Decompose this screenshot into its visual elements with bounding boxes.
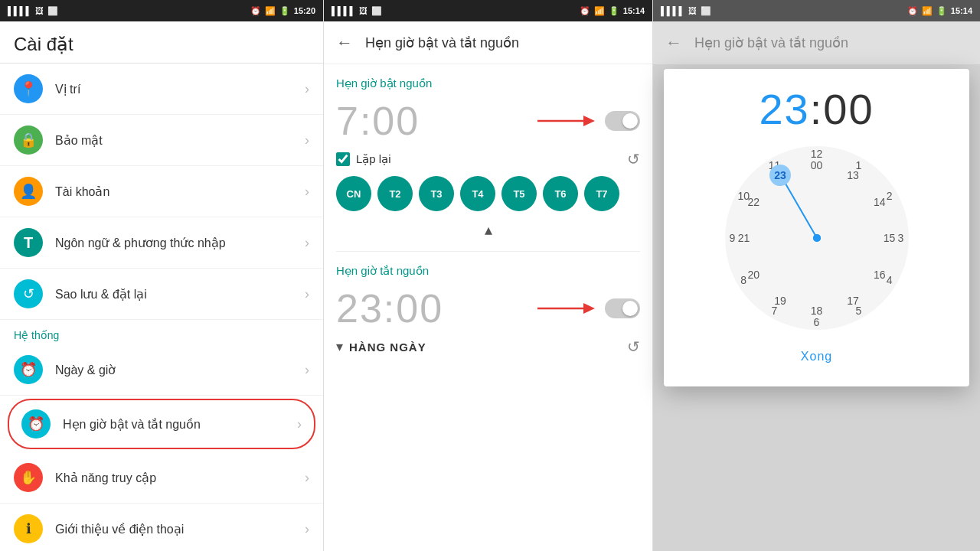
settings-item-vitri[interactable]: 📍 Vị trí › xyxy=(0,64,323,115)
status-icons-right: ⏰ 📶 🔋 15:20 xyxy=(250,6,315,16)
gioithieu-icon: ℹ xyxy=(14,514,43,543)
p2-image-icon: 🖼 xyxy=(359,6,368,15)
settings-panel: ▌▌▌▌ 🖼 ⬜ ⏰ 📶 🔋 15:20 Cài đặt 📍 Vị trí › … xyxy=(0,0,323,551)
panel3-title: Hẹn giờ bật và tắt nguồn xyxy=(694,34,848,51)
p3-battery-icon: 🔋 xyxy=(936,6,947,16)
clock-number-12[interactable]: 12 xyxy=(806,143,828,165)
tat-nguon-time-row: 23:00 xyxy=(336,285,640,331)
clock-face-wrapper: 001234567891011121314151617181920212223 xyxy=(679,146,954,330)
day-btn-t4[interactable]: T4 xyxy=(460,176,495,211)
panel2-content: Hẹn giờ bật nguồn 7:00 Lặp lại ↺ CN xyxy=(324,64,652,551)
divider xyxy=(336,251,640,252)
p2-battery-icon: 🔋 xyxy=(609,6,619,16)
battery-icon: 🔋 xyxy=(279,6,290,16)
taikhoan-label: Tài khoản xyxy=(55,184,305,199)
settings-title: Cài đặt xyxy=(0,21,323,64)
clock-number-14[interactable]: 14 xyxy=(869,191,890,213)
khanang-icon: ✋ xyxy=(14,463,43,492)
day-btn-t3[interactable]: T3 xyxy=(419,176,454,211)
tat-nguon-title: Hẹn giờ tắt nguồn xyxy=(336,264,640,278)
clock-number-15[interactable]: 15 xyxy=(879,227,900,249)
baomatl-label: Bảo mật xyxy=(55,133,305,148)
clock-number-16[interactable]: 16 xyxy=(869,264,890,285)
chevron-icon-vitri: › xyxy=(305,81,309,97)
saoluu-icon: ↺ xyxy=(14,279,43,308)
p3-signal-icon: ▌▌▌▌ xyxy=(661,6,684,15)
p3-status-right: ⏰ 📶 🔋 15:14 xyxy=(907,6,972,16)
clock-colon: : xyxy=(810,85,824,133)
clock-number-23[interactable]: 23 xyxy=(769,165,791,186)
clock-number-19[interactable]: 19 xyxy=(769,290,791,311)
signal-icon: ▌▌▌▌ xyxy=(8,6,31,15)
clock-number-13[interactable]: 13 xyxy=(842,165,864,186)
system-section-header: Hệ thống xyxy=(0,320,323,344)
p2-square-icon: ⬜ xyxy=(371,6,382,16)
tat-nguon-toggle[interactable] xyxy=(605,298,640,318)
clock-panel: ▌▌▌▌ 🖼 ⬜ ⏰ 📶 🔋 15:14 ← Hẹn giờ bật và tắ… xyxy=(652,0,980,551)
tat-nguon-toggle-container xyxy=(537,298,640,318)
p2-wifi-icon: 📶 xyxy=(594,6,605,16)
settings-item-taikhoan[interactable]: 👤 Tài khoản › xyxy=(0,166,323,217)
status-time-1: 15:20 xyxy=(294,6,315,15)
p2-alarm-icon: ⏰ xyxy=(580,6,590,16)
clock-number-22[interactable]: 22 xyxy=(743,191,764,213)
p3-image-icon: 🖼 xyxy=(688,6,697,15)
day-btn-t5[interactable]: T5 xyxy=(501,176,537,211)
clock-hour[interactable]: 23 xyxy=(759,85,809,133)
daily-expand[interactable]: ▾ HÀNG NGÀY xyxy=(336,338,426,355)
clock-number-17[interactable]: 17 xyxy=(842,290,864,311)
clock-number-18[interactable]: 18 xyxy=(806,300,828,321)
chevron-icon-saoluu: › xyxy=(305,286,309,302)
gioithieu-label: Giới thiệu về điện thoại xyxy=(55,522,305,536)
clock-number-21[interactable]: 21 xyxy=(733,227,755,249)
repeat-label[interactable]: Lặp lại xyxy=(336,152,391,166)
bat-nguon-toggle-container xyxy=(537,111,640,131)
p2-signal-icon: ▌▌▌▌ xyxy=(332,6,355,15)
settings-item-ngaygio[interactable]: ⏰ Ngày & giờ › xyxy=(0,344,323,396)
svg-marker-1 xyxy=(583,116,595,126)
image-icon: 🖼 xyxy=(35,6,44,15)
settings-item-saoluu[interactable]: ↺ Sao lưu & đặt lại › xyxy=(0,269,323,320)
bat-nguon-days: CN T2 T3 T4 T5 T6 T7 xyxy=(336,176,640,211)
bat-nguon-time-row: 7:00 xyxy=(336,98,640,144)
p3-status-left: ▌▌▌▌ 🖼 ⬜ xyxy=(661,6,711,16)
svg-line-4 xyxy=(784,181,817,238)
panel2-header: ← Hẹn giờ bật và tắt nguồn xyxy=(324,21,652,64)
svg-marker-3 xyxy=(583,303,595,314)
repeat-checkbox[interactable] xyxy=(336,152,350,166)
settings-item-hengiobatnguon[interactable]: ⏰ Hẹn giờ bật và tắt nguồn › xyxy=(8,399,315,449)
schedule-panel: ▌▌▌▌ 🖼 ⬜ ⏰ 📶 🔋 15:14 ← Hẹn giờ bật và tắ… xyxy=(323,0,652,551)
vitri-label: Vị trí xyxy=(55,82,305,96)
clock-face[interactable]: 001234567891011121314151617181920212223 xyxy=(725,146,909,330)
bat-nguon-toggle[interactable] xyxy=(605,111,640,131)
arrow-right-2 xyxy=(537,299,599,318)
bat-nguon-time[interactable]: 7:00 xyxy=(336,98,420,144)
baomatl-icon: 🔒 xyxy=(14,126,43,155)
clock-minute[interactable]: 00 xyxy=(823,85,874,133)
status-bar-3: ▌▌▌▌ 🖼 ⬜ ⏰ 📶 🔋 15:14 xyxy=(653,0,980,21)
clock-done-button[interactable]: Xong xyxy=(679,342,954,371)
p3-status-time: 15:14 xyxy=(951,6,972,15)
taikhoan-icon: 👤 xyxy=(14,177,43,206)
day-btn-cn[interactable]: CN xyxy=(336,176,371,211)
settings-item-gioithieu[interactable]: ℹ Giới thiệu về điện thoại › xyxy=(0,504,323,551)
day-btn-t2[interactable]: T2 xyxy=(377,176,413,211)
back-button-p2[interactable]: ← xyxy=(336,33,353,53)
refresh-icon-2[interactable]: ↺ xyxy=(627,337,640,356)
clock-number-20[interactable]: 20 xyxy=(743,264,764,285)
alarm-icon: ⏰ xyxy=(250,6,261,16)
day-btn-t7[interactable]: T7 xyxy=(584,176,619,211)
collapse-button[interactable]: ▴ xyxy=(336,220,640,239)
chevron-icon-baomatl: › xyxy=(305,132,309,148)
settings-item-ngonngu[interactable]: T Ngôn ngữ & phương thức nhập › xyxy=(0,217,323,269)
tat-nguon-time[interactable]: 23:00 xyxy=(336,285,443,331)
chevron-icon-ngaygio: › xyxy=(305,362,309,378)
refresh-icon-1[interactable]: ↺ xyxy=(627,150,640,168)
settings-item-baomatl[interactable]: 🔒 Bảo mật › xyxy=(0,115,323,166)
expand-icon: ▾ xyxy=(336,338,343,355)
bat-nguon-repeat-row: Lặp lại ↺ xyxy=(336,150,640,168)
p2-status-left: ▌▌▌▌ 🖼 ⬜ xyxy=(332,6,382,16)
day-btn-t6[interactable]: T6 xyxy=(543,176,578,211)
back-button-p3[interactable]: ← xyxy=(665,33,682,53)
settings-item-khanang[interactable]: ✋ Khả năng truy cập › xyxy=(0,452,323,504)
